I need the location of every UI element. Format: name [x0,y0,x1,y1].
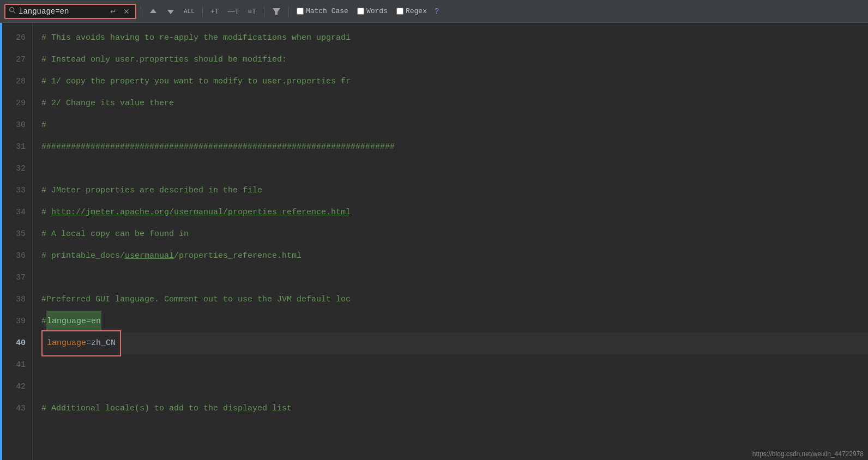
line-number: 36 [4,245,26,267]
regex-checkbox-group[interactable]: Regex [393,7,430,15]
code-line: #Preferred GUI language. Comment out to … [41,289,868,311]
regex-label: Regex [406,7,427,15]
code-line: # A local copy can be found in [41,223,868,245]
next-match-button[interactable] [163,5,178,18]
code-line [41,354,868,376]
code-line: # http://jmeter.apache.org/usermanual/pr… [41,202,868,223]
svg-line-1 [14,11,15,13]
underline-span[interactable]: usermanual [125,245,174,267]
multi-file-find-button[interactable]: ≡T [244,5,260,17]
comment-span: # JMeter properties are described in the… [41,180,262,202]
line-number: 42 [4,376,26,398]
line-number: 26 [4,27,26,49]
code-line: # 2/ Change its value there [41,93,868,114]
match-highlight-span: language=en [46,311,101,332]
editor: 262728293031323334353637383940414243 # T… [0,23,868,460]
filter-button[interactable] [269,5,284,18]
code-line: # JMeter properties are described in the… [41,180,868,202]
divider-2 [202,6,203,17]
hash-span: # [41,311,46,332]
regex-checkbox[interactable] [396,8,403,15]
line-numbers: 262728293031323334353637383940414243 [0,23,33,460]
link-span[interactable]: http://jmeter.apache.org/usermanual/prop… [51,202,351,223]
comment-span: # Additional locale(s) to add to the dis… [41,398,292,420]
add-to-find-button[interactable]: +T [207,5,222,17]
hash-span: # [41,202,51,223]
find-all-button[interactable]: ALL [180,5,198,17]
code-line [41,376,868,398]
line-number: 27 [4,49,26,71]
line-number: 39 [4,311,26,332]
search-input[interactable] [19,7,106,16]
code-line: language=zh_CN [41,332,868,354]
comment-span: # This avoids having to re-apply the mod… [41,27,351,49]
words-checkbox-group[interactable]: Words [354,7,391,15]
line-number: 37 [4,267,26,289]
code-line: # printable_docs/usermanual/properties_r… [41,245,868,267]
line-number: 40 [4,332,26,354]
line-number: 28 [4,71,26,93]
match-case-label: Match Case [306,7,348,15]
divider-3 [264,6,264,17]
divider-4 [288,6,289,17]
search-enter-button[interactable]: ↵ [108,6,119,17]
comment-span: # 1/ copy the property you want to modif… [41,71,351,93]
code-line: # This avoids having to re-apply the mod… [41,27,868,49]
comment-span: # printable_docs/ [41,245,125,267]
prev-match-button[interactable] [146,5,161,18]
normal-span: =zh_CN [86,338,116,348]
code-line: # Instead only user.properties should be… [41,49,868,71]
match-case-checkbox-group[interactable]: Match Case [293,7,352,15]
line-number: 34 [4,202,26,223]
match-case-checkbox[interactable] [297,8,304,15]
comment-span: ########################################… [41,136,395,158]
line-number: 41 [4,354,26,376]
search-bar: ↵ ✕ ALL +T —T ≡T Match Case Words Regex [0,0,868,23]
code-line: # 1/ copy the property you want to modif… [41,71,868,93]
active-line-indicator [0,23,2,460]
svg-marker-2 [150,9,156,13]
comment-span: #Preferred GUI language. Comment out to … [41,289,351,311]
comment-span2: /properties_reference.html [174,245,302,267]
comment-span: # [41,114,46,136]
exclude-from-find-button[interactable]: —T [224,5,242,17]
words-checkbox[interactable] [357,8,364,15]
comment-span: # A local copy can be found in [41,223,189,245]
keyword-span: language [47,338,86,348]
code-line: ########################################… [41,136,868,158]
line-number: 31 [4,136,26,158]
code-line: # Additional locale(s) to add to the dis… [41,398,868,420]
line-number: 38 [4,289,26,311]
code-line [41,158,868,180]
svg-point-0 [10,7,14,11]
line-number: 30 [4,114,26,136]
line-number: 35 [4,223,26,245]
code-content[interactable]: # This avoids having to re-apply the mod… [33,23,868,460]
search-icon[interactable] [9,7,16,16]
help-icon[interactable]: ? [432,7,441,16]
comment-span: # Instead only user.properties should be… [41,49,287,71]
comment-span: # 2/ Change its value there [41,93,174,114]
line-number: 32 [4,158,26,180]
words-label: Words [366,7,388,15]
code-line: #language=en [41,311,868,332]
code-line: # [41,114,868,136]
svg-marker-3 [167,10,174,14]
code-line [41,267,868,289]
line-number: 29 [4,93,26,114]
svg-marker-4 [273,8,280,15]
line-number: 33 [4,180,26,202]
search-input-wrapper: ↵ ✕ [4,4,136,19]
line-number: 43 [4,398,26,420]
divider-1 [141,6,141,17]
search-close-button[interactable]: ✕ [121,6,132,17]
active-line-box: language=zh_CN [41,330,121,356]
